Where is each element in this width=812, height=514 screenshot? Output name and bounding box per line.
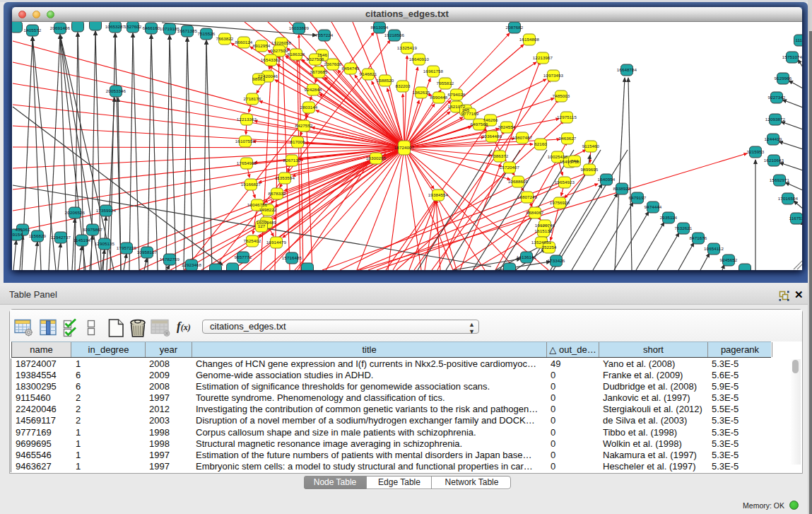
- svg-text:16782759: 16782759: [160, 257, 180, 262]
- svg-text:16648784: 16648784: [617, 67, 637, 72]
- svg-text:13524851: 13524851: [531, 240, 552, 245]
- svg-text:9463627: 9463627: [559, 136, 577, 141]
- svg-text:18807249: 18807249: [517, 194, 538, 199]
- svg-text:12093872: 12093872: [765, 117, 786, 122]
- svg-text:19384554: 19384554: [428, 192, 449, 197]
- svg-text:8912954: 8912954: [253, 43, 271, 48]
- svg-text:3824554: 3824554: [498, 124, 516, 129]
- svg-text:8267130: 8267130: [283, 158, 301, 163]
- svg-text:1405572: 1405572: [24, 28, 42, 33]
- svg-text:16543362: 16543362: [261, 57, 281, 62]
- svg-text:7955812: 7955812: [437, 81, 454, 86]
- svg-text:1498222: 1498222: [259, 207, 277, 212]
- svg-text:13226058: 13226058: [271, 40, 292, 45]
- svg-text:8938923: 8938923: [613, 186, 631, 191]
- svg-text:39154: 39154: [12, 232, 23, 237]
- svg-text:435061: 435061: [15, 227, 30, 232]
- svg-text:14136141: 14136141: [517, 255, 537, 259]
- svg-text:1527602: 1527602: [124, 24, 142, 29]
- svg-text:7386372: 7386372: [491, 153, 509, 158]
- svg-text:9899695: 9899695: [581, 167, 599, 172]
- svg-text:16154808: 16154808: [519, 37, 540, 42]
- svg-text:12923468: 12923468: [182, 262, 202, 267]
- svg-text:6466160: 6466160: [143, 25, 160, 30]
- svg-text:1588520: 1588520: [377, 78, 394, 83]
- svg-text:6794028: 6794028: [448, 92, 466, 97]
- svg-text:15751074: 15751074: [782, 54, 802, 59]
- svg-text:20691406: 20691406: [50, 25, 71, 30]
- svg-text:9245652: 9245652: [720, 257, 738, 262]
- svg-text:20053346: 20053346: [106, 88, 126, 93]
- svg-text:20364486: 20364486: [482, 134, 502, 139]
- svg-text:98961: 98961: [252, 76, 265, 81]
- svg-text:7357224: 7357224: [316, 33, 334, 37]
- svg-text:7625402: 7625402: [244, 238, 261, 243]
- svg-text:19166827: 19166827: [241, 182, 261, 187]
- svg-text:13325419: 13325419: [397, 45, 418, 50]
- svg-text:9115460: 9115460: [582, 144, 600, 148]
- svg-text:30975867: 30975867: [83, 227, 103, 232]
- svg-text:8186328: 8186328: [288, 52, 305, 57]
- svg-text:9327508: 9327508: [307, 57, 324, 62]
- svg-text:17359924: 17359924: [96, 208, 117, 213]
- svg-text:9474444: 9474444: [645, 204, 662, 209]
- svg-text:6497568: 6497568: [471, 122, 488, 127]
- svg-text:9657771: 9657771: [235, 255, 252, 259]
- svg-text:6479197: 6479197: [629, 195, 647, 200]
- svg-text:1156829: 1156829: [29, 233, 47, 238]
- svg-text:10958107: 10958107: [137, 250, 158, 255]
- svg-text:16914479: 16914479: [266, 240, 287, 245]
- svg-text:16961758: 16961758: [423, 69, 444, 74]
- svg-text:832203: 832203: [395, 83, 411, 88]
- svg-text:2803144: 2803144: [300, 105, 318, 110]
- svg-text:11353594: 11353594: [275, 175, 295, 180]
- svg-text:9327509: 9327509: [271, 48, 288, 53]
- svg-text:2935114: 2935114: [660, 215, 678, 220]
- svg-text:2087682: 2087682: [506, 25, 524, 30]
- svg-text:9129966: 9129966: [775, 76, 792, 81]
- svg-text:17654985: 17654985: [237, 160, 257, 165]
- svg-text:12213967: 12213967: [533, 55, 553, 60]
- svg-text:16107553: 16107553: [235, 139, 256, 144]
- svg-text:9242848: 9242848: [305, 87, 322, 92]
- svg-text:1244419: 1244419: [765, 136, 782, 141]
- svg-text:7632621: 7632621: [675, 226, 693, 230]
- svg-text:1362615: 1362615: [413, 90, 430, 95]
- svg-text:18640910: 18640910: [409, 57, 430, 62]
- svg-text:1112: 1112: [795, 37, 802, 42]
- svg-text:15720407: 15720407: [500, 165, 520, 170]
- svg-text:9777169: 9777169: [461, 111, 479, 116]
- svg-text:17016504: 17016504: [778, 196, 799, 201]
- svg-text:10688609: 10688609: [508, 179, 529, 184]
- svg-text:12942737: 12942737: [51, 235, 71, 240]
- svg-text:116753: 116753: [789, 216, 802, 221]
- svg-text:3215953: 3215953: [747, 149, 765, 154]
- svg-text:7485003: 7485003: [553, 93, 570, 98]
- svg-text:12975115: 12975115: [557, 115, 577, 119]
- svg-text:127: 127: [258, 223, 266, 228]
- svg-text:252254: 252254: [541, 245, 557, 250]
- svg-text:8678332: 8678332: [269, 191, 286, 196]
- svg-text:8660124: 8660124: [235, 40, 253, 45]
- svg-text:10973493: 10973493: [543, 73, 564, 78]
- svg-text:16033809: 16033809: [289, 25, 310, 30]
- svg-text:8454749: 8454749: [342, 66, 360, 71]
- svg-text:18300295: 18300295: [366, 156, 387, 160]
- svg-text:16120746: 16120746: [535, 223, 555, 228]
- svg-text:17957225: 17957225: [117, 245, 137, 250]
- svg-text:8427552: 8427552: [295, 123, 313, 128]
- svg-text:1640954: 1640954: [598, 177, 616, 182]
- svg-text:10654112: 10654112: [704, 246, 724, 251]
- svg-text:10046756: 10046756: [247, 202, 268, 207]
- svg-text:9146821: 9146821: [360, 71, 377, 76]
- svg-text:19654923: 19654923: [555, 180, 575, 185]
- svg-text:10653287: 10653287: [105, 24, 126, 29]
- svg-text:1615132: 1615132: [535, 228, 553, 233]
- svg-text:15692971: 15692971: [770, 177, 790, 182]
- svg-text:844: 844: [571, 158, 579, 163]
- svg-text:7663822: 7663822: [216, 36, 234, 41]
- svg-text:62160: 62160: [534, 141, 547, 146]
- svg-text:16210643: 16210643: [764, 158, 784, 163]
- svg-text:12213363: 12213363: [237, 117, 257, 122]
- svg-text:19756928: 19756928: [550, 200, 570, 205]
